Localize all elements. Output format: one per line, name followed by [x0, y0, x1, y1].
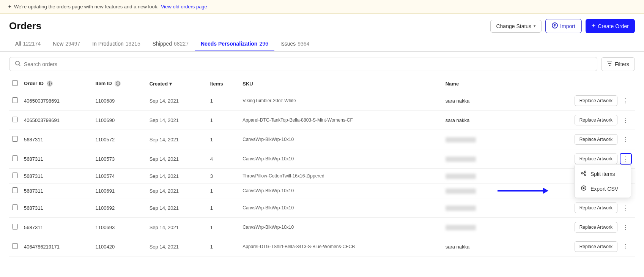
sort-icon: ▾ — [169, 81, 172, 87]
select-all-checkbox[interactable] — [12, 80, 18, 86]
tab-issues[interactable]: Issues9364 — [274, 37, 316, 51]
more-options-button[interactable]: ⋮ — [620, 222, 632, 233]
created-cell: Sep 14, 2021 — [146, 130, 207, 149]
items-cell: 1 — [207, 111, 240, 130]
filters-button[interactable]: Filters — [601, 57, 635, 71]
more-options-button[interactable]: ⋮ — [620, 95, 632, 106]
create-order-button[interactable]: + Create Order — [586, 19, 635, 33]
replace-artwork-button[interactable]: Replace Artwork — [575, 203, 617, 213]
item-id-cell: 1100691 — [93, 184, 146, 198]
action-cell: Replace Artwork ⋮ — [508, 202, 632, 214]
row-checkbox[interactable] — [12, 204, 18, 210]
table-row: 5687311 1100572 Sep 14, 2021 1 CanvsWrp-… — [9, 130, 635, 149]
blurred-name — [446, 137, 476, 142]
tab-in_production[interactable]: In Production13215 — [86, 37, 146, 51]
info-icon-item-id[interactable]: ⓘ — [115, 81, 121, 87]
name-cell: sara nakka — [442, 111, 505, 130]
sku-cell: VikingTumbler-20oz-White — [239, 91, 442, 111]
export-csv-option[interactable]: Export CSV — [575, 181, 631, 196]
tab-count-all: 122174 — [23, 41, 41, 47]
import-button[interactable]: Import — [545, 19, 582, 33]
row-checkbox[interactable] — [12, 97, 18, 103]
order-id-cell: 4065003798691 — [21, 91, 93, 111]
replace-artwork-button[interactable]: Replace Artwork — [575, 222, 617, 233]
more-options-button[interactable]: ⋮ — [620, 153, 632, 165]
upload-icon — [552, 22, 558, 30]
created-cell: Sep 14, 2021 — [146, 237, 207, 256]
blurred-name — [446, 157, 476, 162]
replace-artwork-button[interactable]: Replace Artwork — [575, 241, 617, 252]
more-options-button[interactable]: ⋮ — [620, 134, 632, 145]
search-icon — [15, 60, 21, 68]
tab-needs_personalization[interactable]: Needs Personalization296 — [195, 37, 274, 51]
action-cell: Replace Artwork ⋮ — [508, 153, 632, 165]
actions-td: Replace Artwork ⋮ — [505, 237, 635, 256]
col-item-id: Item ID ⓘ — [93, 76, 146, 91]
export-icon — [581, 185, 587, 192]
search-bar: Filters — [0, 52, 644, 76]
more-options-button[interactable]: ⋮ — [620, 114, 632, 126]
tab-label-new: New — [53, 41, 63, 47]
replace-artwork-button[interactable]: Replace Artwork — [575, 115, 617, 125]
row-checkbox[interactable] — [12, 224, 18, 230]
change-status-label: Change Status — [496, 23, 531, 29]
tab-shipped[interactable]: Shipped68227 — [146, 37, 195, 51]
split-items-option[interactable]: Split items — [575, 166, 631, 181]
table-row: 4064786219171 1100420 Sep 14, 2021 1 App… — [9, 237, 635, 256]
create-order-label: Create Order — [598, 23, 629, 29]
top-banner: ✦ We're updating the orders page with ne… — [0, 0, 644, 14]
action-cell: Replace Artwork ⋮ — [508, 241, 632, 252]
header-actions: Change Status ▾ Import + Create Order — [490, 19, 635, 33]
split-icon — [581, 170, 587, 177]
tab-count-needs_personalization: 296 — [259, 41, 268, 47]
banner-link[interactable]: View old orders page — [161, 4, 207, 9]
info-icon-order-id[interactable]: ⓘ — [47, 81, 53, 87]
tab-label-all: All — [15, 41, 21, 47]
import-label: Import — [560, 23, 575, 29]
more-options-button[interactable]: ⋮ — [620, 202, 632, 214]
action-cell: Replace Artwork ⋮ — [508, 134, 632, 145]
more-options-button[interactable]: ⋮ — [620, 241, 632, 252]
tab-new[interactable]: New29497 — [47, 37, 86, 51]
table-row: 5687311 1100693 Sep 14, 2021 1 CanvsWrp-… — [9, 218, 635, 237]
items-cell: 3 — [207, 169, 240, 184]
created-cell: Sep 14, 2021 — [146, 149, 207, 169]
order-id-cell: 5687311 — [21, 198, 93, 218]
col-created[interactable]: Created ▾ — [146, 76, 207, 91]
split-items-label: Split items — [590, 171, 615, 177]
blurred-name — [446, 225, 476, 230]
search-input[interactable] — [24, 61, 592, 67]
sku-cell: CanvsWrp-BlkWrp-10x10 — [239, 130, 442, 149]
replace-artwork-button[interactable]: Replace Artwork — [575, 154, 617, 164]
name-cell — [442, 184, 505, 198]
header: Orders Change Status ▾ Import + Create O… — [0, 14, 644, 37]
col-sku: SKU — [239, 76, 442, 91]
created-cell: Sep 14, 2021 — [146, 218, 207, 237]
svg-point-2 — [581, 173, 583, 174]
items-cell: 1 — [207, 130, 240, 149]
order-id-cell: 5687311 — [21, 130, 93, 149]
created-cell: Sep 14, 2021 — [146, 91, 207, 111]
search-input-wrap — [9, 57, 597, 71]
banner-text: We're updating the orders page with new … — [14, 4, 159, 9]
actions-td: Replace Artwork ⋮ — [505, 218, 635, 237]
row-checkbox[interactable] — [12, 155, 18, 161]
row-checkbox[interactable] — [12, 117, 18, 122]
table-row: 5687311 1100573 Sep 14, 2021 4 CanvsWrp-… — [9, 149, 635, 169]
dropdown-menu: Split items Export CSV — [574, 165, 631, 198]
item-id-cell: 1100690 — [93, 111, 146, 130]
name-value: sara nakka — [446, 98, 470, 104]
replace-artwork-button[interactable]: Replace Artwork — [575, 95, 617, 106]
row-checkbox[interactable] — [12, 136, 18, 142]
order-id-cell: 5687311 — [21, 218, 93, 237]
row-checkbox[interactable] — [12, 173, 18, 178]
order-id-cell: 5687311 — [21, 184, 93, 198]
replace-artwork-button[interactable]: Replace Artwork — [575, 134, 617, 145]
change-status-button[interactable]: Change Status ▾ — [490, 20, 542, 33]
row-checkbox[interactable] — [12, 243, 18, 249]
actions-td: Replace Artwork ⋮ — [505, 198, 635, 218]
row-checkbox[interactable] — [12, 187, 18, 193]
tab-all[interactable]: All122174 — [9, 37, 47, 51]
filters-label: Filters — [615, 61, 629, 67]
order-id-cell: 5687311 — [21, 169, 93, 184]
